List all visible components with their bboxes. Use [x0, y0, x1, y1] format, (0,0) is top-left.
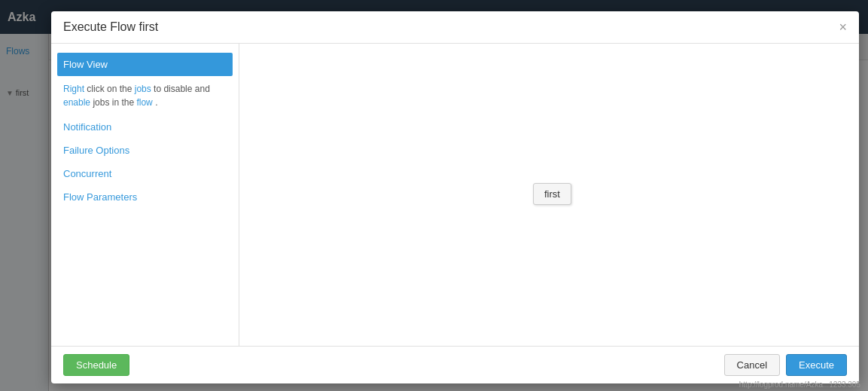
- modal-flow-canvas: first: [239, 44, 859, 346]
- schedule-button[interactable]: Schedule: [63, 354, 129, 376]
- nav-item-concurrent[interactable]: Concurrent: [51, 162, 239, 185]
- status-url: http://logprod.name/Azka...1233.305: [739, 380, 860, 389]
- nav-description: Right click on the jobs to disable and e…: [51, 76, 239, 115]
- modal-nav-panel: Flow View Right click on the jobs to dis…: [51, 44, 239, 346]
- modal-dialog: Execute Flow first × Flow View Right cli…: [51, 11, 859, 383]
- nav-item-flow-view[interactable]: Flow View: [57, 53, 233, 76]
- execute-button[interactable]: Execute: [786, 354, 847, 376]
- modal-header: Execute Flow first ×: [51, 11, 859, 44]
- nav-item-failure-options[interactable]: Failure Options: [51, 139, 239, 162]
- nav-desc-enable: enable: [63, 97, 90, 108]
- nav-item-flow-parameters[interactable]: Flow Parameters: [51, 185, 239, 209]
- nav-desc-jobs1: jobs: [135, 84, 151, 94]
- status-bar: http://logprod.name/Azka...1233.305: [0, 377, 868, 391]
- nav-item-notification[interactable]: Notification: [51, 115, 239, 139]
- flow-node-first[interactable]: first: [533, 183, 571, 205]
- modal-footer-right: Cancel Execute: [724, 354, 847, 376]
- modal-close-button[interactable]: ×: [839, 20, 847, 34]
- modal-body: Flow View Right click on the jobs to dis…: [51, 44, 859, 346]
- nav-desc-flow: flow: [136, 97, 152, 108]
- modal-footer-left: Schedule: [63, 354, 129, 376]
- modal-title: Execute Flow first: [63, 20, 158, 34]
- cancel-button[interactable]: Cancel: [724, 354, 780, 376]
- nav-desc-right: Right: [63, 84, 84, 94]
